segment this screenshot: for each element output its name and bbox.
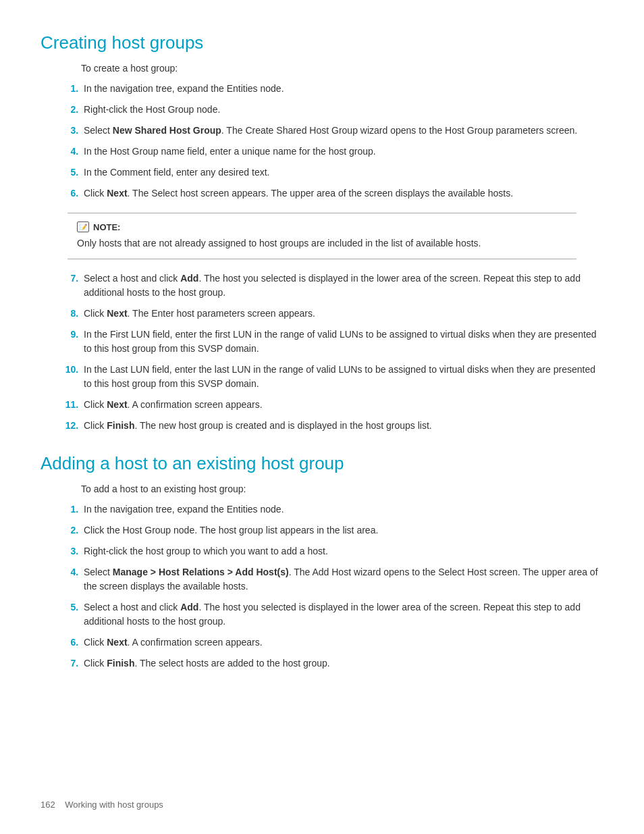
step-1-8-before: Click (84, 308, 107, 319)
section1-intro: To create a host group: (81, 63, 603, 74)
step-2-4-before: Select (84, 567, 113, 577)
step-2-2: Click the Host Group node. The host grou… (81, 523, 603, 538)
step-1-8-after: . The Enter host parameters screen appea… (128, 308, 315, 319)
step-2-6-bold: Next (107, 637, 127, 648)
section2-title: Adding a host to an existing host group (41, 453, 603, 474)
step-1-3-bold: New Shared Host Group (113, 125, 221, 136)
step-1-12-after: . The new host group is created and is d… (134, 420, 431, 431)
step-1-1-text: In the navigation tree, expand the Entit… (84, 83, 284, 94)
step-1-9-text: In the First LUN field, enter the first … (84, 329, 597, 354)
step-2-7-bold: Finish (107, 658, 134, 669)
step-2-2-text: Click the Host Group node. The host grou… (84, 525, 378, 536)
note-box: 📝 NOTE: Only hosts that are not already … (68, 213, 576, 259)
step-2-7-before: Click (84, 658, 107, 669)
step-1-3-before: Select (84, 125, 113, 136)
step-1-7-bold: Add (180, 273, 198, 284)
note-text: Only hosts that are not already assigned… (77, 236, 567, 251)
step-1-2-text: Right-click the Host Group node. (84, 104, 220, 115)
step-2-6: Click Next. A confirmation screen appear… (81, 635, 603, 650)
step-2-5-bold: Add (180, 602, 198, 613)
note-icon: 📝 (77, 221, 89, 232)
step-1-3: Select New Shared Host Group. The Create… (81, 124, 603, 138)
step-2-3: Right-click the host group to which you … (81, 544, 603, 558)
section1-steps-list: In the navigation tree, expand the Entit… (68, 82, 603, 201)
step-1-8-bold: Next (107, 308, 127, 319)
footer-text: Working with host groups (65, 800, 163, 810)
step-1-11-before: Click (84, 399, 107, 410)
step-1-12-before: Click (84, 420, 107, 431)
section2-steps-list: In the navigation tree, expand the Entit… (68, 502, 603, 671)
page-number: 162 (41, 800, 55, 810)
step-1-6: Click Next. The Select host screen appea… (81, 186, 603, 201)
step-1-3-after: . The Create Shared Host Group wizard op… (221, 125, 577, 136)
step-2-1: In the navigation tree, expand the Entit… (81, 502, 603, 517)
step-2-5: Select a host and click Add. The host yo… (81, 600, 603, 629)
section1-title: Creating host groups (41, 32, 603, 53)
note-label-text: NOTE: (93, 222, 120, 232)
step-1-8: Click Next. The Enter host parameters sc… (81, 307, 603, 321)
step-1-10-text: In the Last LUN field, enter the last LU… (84, 364, 595, 389)
step-1-7: Select a host and click Add. The host yo… (81, 271, 603, 300)
step-2-7: Click Finish. The select hosts are added… (81, 656, 603, 671)
note-label: 📝 NOTE: (77, 221, 567, 232)
step-1-5: In the Comment field, enter any desired … (81, 165, 603, 180)
step-2-4-bold: Manage > Host Relations > Add Host(s) (113, 567, 289, 577)
step-1-5-text: In the Comment field, enter any desired … (84, 167, 269, 178)
step-1-6-before: Click (84, 188, 107, 199)
step-1-12: Click Finish. The new host group is crea… (81, 419, 603, 433)
step-1-11-after: . A confirmation screen appears. (128, 399, 263, 410)
step-2-6-after: . A confirmation screen appears. (128, 637, 263, 648)
step-1-7-before: Select a host and click (84, 273, 180, 284)
step-1-1: In the navigation tree, expand the Entit… (81, 82, 603, 96)
step-1-10: In the Last LUN field, enter the last LU… (81, 363, 603, 391)
step-1-11-bold: Next (107, 399, 127, 410)
step-1-9: In the First LUN field, enter the first … (81, 328, 603, 356)
step-1-4: In the Host Group name field, enter a un… (81, 145, 603, 159)
step-2-6-before: Click (84, 637, 107, 648)
step-1-6-after: . The Select host screen appears. The up… (128, 188, 514, 199)
step-2-4: Select Manage > Host Relations > Add Hos… (81, 565, 603, 594)
page-footer: 162 Working with host groups (41, 800, 163, 810)
step-2-3-text: Right-click the host group to which you … (84, 546, 328, 556)
step-1-11: Click Next. A confirmation screen appear… (81, 398, 603, 412)
step-2-5-before: Select a host and click (84, 602, 180, 613)
step-1-4-text: In the Host Group name field, enter a un… (84, 146, 376, 157)
step-2-1-text: In the navigation tree, expand the Entit… (84, 504, 284, 515)
step-1-2: Right-click the Host Group node. (81, 103, 603, 117)
step-2-7-after: . The select hosts are added to the host… (134, 658, 329, 669)
step-1-6-bold: Next (107, 188, 127, 199)
section1-steps-continued-list: Select a host and click Add. The host yo… (68, 271, 603, 433)
step-1-12-bold: Finish (107, 420, 134, 431)
section2-intro: To add a host to an existing host group: (81, 484, 603, 494)
